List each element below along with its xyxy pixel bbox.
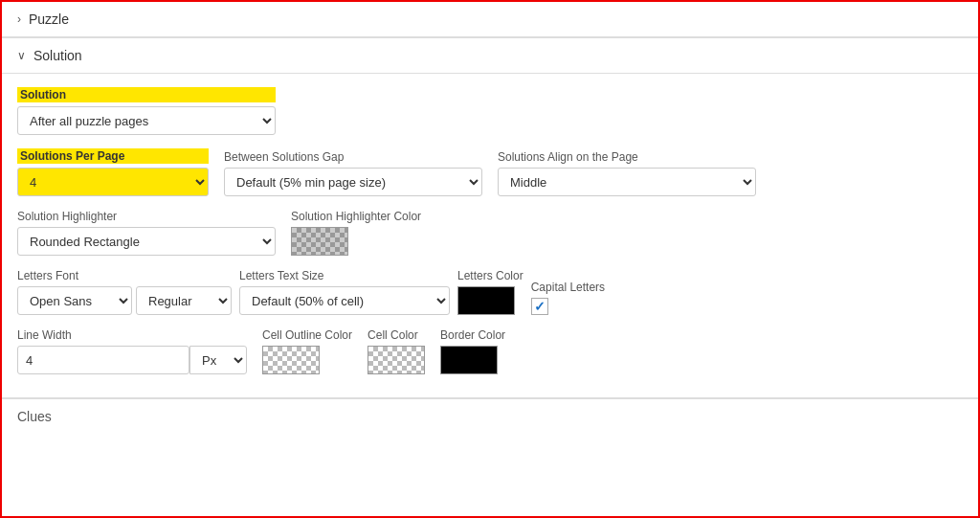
solution-section-header[interactable]: ∨ Solution (2, 37, 978, 74)
line-width-group: Line Width Px Pt % (17, 328, 247, 374)
solution-field-group: Solution After all puzzle pages Before a… (17, 87, 276, 135)
letters-row: Letters Font Open Sans Arial Times New R… (17, 269, 963, 315)
puzzle-section-title: Puzzle (29, 11, 69, 27)
solutions-per-page-select[interactable]: 4 1 2 6 8 (17, 168, 209, 196)
highlighter-color-swatch[interactable] (291, 227, 348, 256)
between-gap-label: Between Solutions Gap (224, 150, 482, 164)
solutions-align-select[interactable]: Middle Left Right Top Bottom (498, 168, 756, 196)
letters-font-select[interactable]: Open Sans Arial Times New Roman Courier (17, 286, 132, 315)
highlighter-label: Solution Highlighter (17, 210, 276, 223)
cell-outline-color-group: Cell Outline Color (262, 328, 352, 374)
highlighter-group: Solution Highlighter Rounded Rectangle R… (17, 210, 276, 256)
line-width-label: Line Width (17, 328, 247, 342)
letters-color-group: Letters Color (457, 269, 523, 315)
line-width-unit-select[interactable]: Px Pt % (189, 346, 247, 374)
cell-color-group: Cell Color (368, 328, 425, 374)
between-gap-select[interactable]: Default (5% min page size) None Small Me… (224, 168, 482, 196)
solution-select[interactable]: After all puzzle pages Before all puzzle… (17, 106, 276, 135)
cell-outline-color-label: Cell Outline Color (262, 328, 352, 342)
solutions-per-page-label: Solutions Per Page (17, 148, 209, 164)
letters-font-label: Letters Font (17, 269, 232, 282)
highlighter-select[interactable]: Rounded Rectangle Rectangle Circle None (17, 227, 276, 256)
letters-color-swatch[interactable] (457, 286, 515, 315)
letters-text-size-group: Letters Text Size Default (50% of cell) … (239, 269, 450, 315)
solution-section-title: Solution (33, 48, 82, 63)
letters-text-size-select[interactable]: Default (50% of cell) Small Medium Large (239, 286, 450, 315)
letters-style-select[interactable]: Regular Bold Italic (136, 286, 232, 315)
clues-section-title: Clues (17, 409, 52, 424)
solution-chevron-icon: ∨ (17, 49, 26, 62)
font-selects: Open Sans Arial Times New Roman Courier … (17, 286, 232, 315)
capital-letters-group: Capital Letters (531, 281, 605, 315)
highlighter-row: Solution Highlighter Rounded Rectangle R… (17, 210, 963, 256)
solution-row: Solution After all puzzle pages Before a… (17, 87, 963, 135)
solutions-per-page-row: Solutions Per Page 4 1 2 6 8 Between Sol… (17, 148, 963, 196)
border-color-swatch[interactable] (440, 346, 498, 374)
solutions-per-page-group: Solutions Per Page 4 1 2 6 8 (17, 148, 209, 196)
solution-section-body: Solution After all puzzle pages Before a… (2, 74, 978, 398)
cell-color-swatch[interactable] (368, 346, 425, 374)
capital-letters-label: Capital Letters (531, 281, 605, 294)
solutions-align-label: Solutions Align on the Page (498, 150, 756, 164)
letters-color-label: Letters Color (457, 269, 523, 282)
capital-letters-checkbox[interactable] (531, 298, 548, 315)
cell-color-label: Cell Color (368, 328, 425, 342)
line-width-input-group: Px Pt % (17, 346, 247, 374)
solutions-align-group: Solutions Align on the Page Middle Left … (498, 150, 756, 196)
border-color-group: Border Color (440, 328, 505, 374)
highlighter-color-label: Solution Highlighter Color (291, 210, 421, 223)
puzzle-chevron-icon: › (17, 12, 21, 26)
line-width-row: Line Width Px Pt % Cell Outline Color Ce… (17, 328, 963, 374)
letters-font-group: Letters Font Open Sans Arial Times New R… (17, 269, 232, 315)
between-gap-group: Between Solutions Gap Default (5% min pa… (224, 150, 482, 196)
solution-label: Solution (17, 87, 276, 102)
letters-text-size-label: Letters Text Size (239, 269, 450, 282)
clues-section-header[interactable]: Clues (2, 398, 978, 434)
highlighter-color-group: Solution Highlighter Color (291, 210, 421, 256)
border-color-label: Border Color (440, 328, 505, 342)
line-width-input[interactable] (17, 346, 189, 374)
cell-outline-color-swatch[interactable] (262, 346, 320, 374)
puzzle-section-header[interactable]: › Puzzle (2, 2, 978, 37)
